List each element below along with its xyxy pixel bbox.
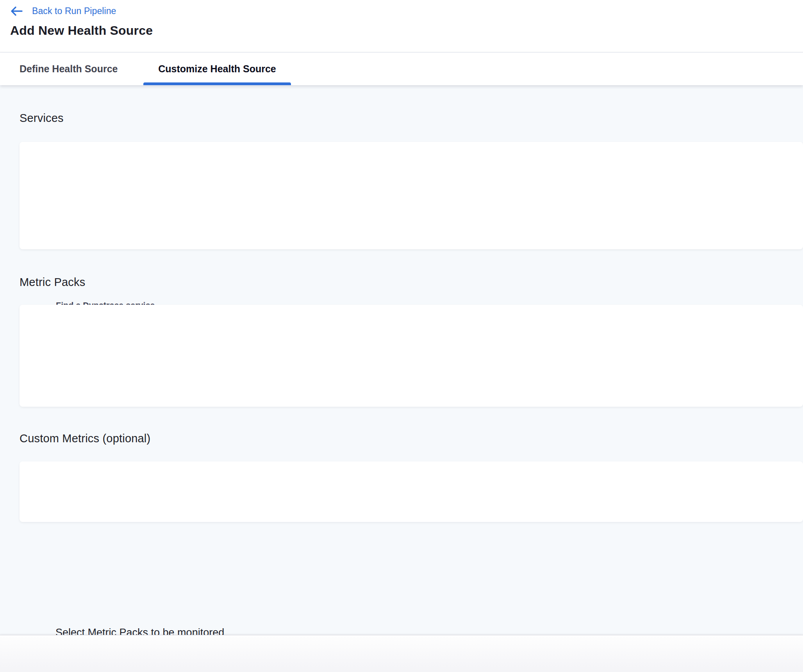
page-title: Add New Health Source: [10, 23, 153, 38]
services-heading: Services: [20, 112, 64, 125]
metric-packs-heading: Metric Packs: [20, 276, 85, 289]
active-tab-underline: [143, 82, 291, 85]
add-health-source-page: Back to Run Pipeline Add New Health Sour…: [0, 0, 803, 672]
metric-packs-card: Select Metric Packs to be monitored Infr…: [20, 305, 803, 407]
services-card: Find a Dynatrace service Validation pass…: [20, 142, 803, 249]
custom-metrics-heading: Custom Metrics (optional): [20, 432, 150, 445]
health-source-tabbar: Define Health Source Customize Health So…: [0, 53, 803, 85]
back-to-run-pipeline-link[interactable]: Back to Run Pipeline: [10, 4, 116, 18]
page-header: Back to Run Pipeline Add New Health Sour…: [0, 0, 803, 52]
tab-define-health-source[interactable]: Define Health Source: [20, 53, 132, 85]
tab-customize-health-source[interactable]: Customize Health Source: [143, 53, 291, 85]
back-arrow-icon: [10, 6, 23, 16]
footer-bar: Previous Submit: [0, 635, 803, 672]
back-link-label: Back to Run Pipeline: [32, 6, 116, 16]
custom-metrics-card: Add Metric: [20, 461, 803, 522]
